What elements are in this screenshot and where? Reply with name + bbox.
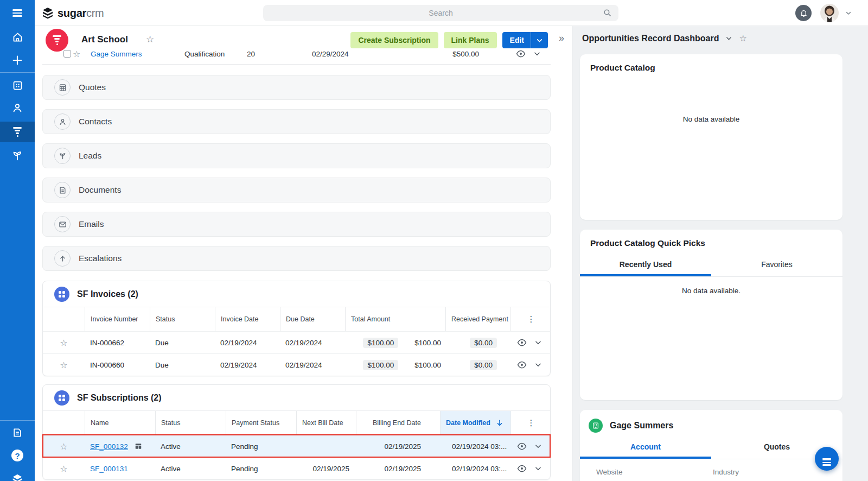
- opportunity-list-row-clipped[interactable]: ☆ Gage Summers Qualification 20 02/29/20…: [42, 49, 551, 65]
- col-payment-status[interactable]: Payment Status: [226, 411, 296, 435]
- preview-eye-icon[interactable]: [517, 360, 527, 370]
- row-caret-icon[interactable]: [534, 339, 542, 346]
- row-star-icon[interactable]: ☆: [60, 360, 67, 370]
- opportunity-link[interactable]: Gage Summers: [91, 50, 142, 58]
- emails-envelope-icon: [59, 220, 67, 229]
- favorite-star-icon[interactable]: ☆: [146, 34, 154, 45]
- tab-favorites[interactable]: Favorites: [711, 256, 843, 276]
- row-star-icon[interactable]: ☆: [60, 338, 67, 348]
- documents-icon: [59, 186, 67, 194]
- col-status[interactable]: Status: [150, 307, 215, 331]
- row-caret-icon[interactable]: [533, 50, 541, 58]
- create-subscription-button[interactable]: Create Subscription: [350, 32, 438, 48]
- panel-leads[interactable]: Leads: [42, 143, 551, 168]
- sidebar-item-leads[interactable]: [0, 145, 35, 166]
- preview-eye-icon[interactable]: [517, 464, 527, 473]
- amount: $500.00: [446, 50, 479, 58]
- subscription-row-selected[interactable]: ☆ SF_000132 Active Pending 02/19/2025 02…: [43, 435, 550, 457]
- total-amount-badge: $100.00: [363, 360, 398, 370]
- table-menu-icon[interactable]: ⋮: [510, 307, 551, 331]
- sidebar-item-home[interactable]: [0, 27, 35, 47]
- edit-caret-icon[interactable]: [531, 37, 548, 44]
- subscription-status: Active: [155, 465, 226, 473]
- dashboard-star-icon[interactable]: ☆: [739, 33, 746, 43]
- row-star-icon[interactable]: ☆: [60, 441, 67, 452]
- product-catalog-card: Product Catalog No data available: [580, 54, 843, 220]
- sidebar-item-notes[interactable]: [0, 422, 35, 443]
- opportunity-module-badge[interactable]: [46, 29, 68, 52]
- quick-picks-card: Product Catalog Quick Picks Recently Use…: [580, 230, 843, 400]
- probability: 20: [247, 50, 255, 58]
- row-caret-icon[interactable]: [534, 442, 542, 450]
- col-next-bill-date[interactable]: Next Bill Date: [296, 411, 356, 435]
- col-status[interactable]: Status: [155, 411, 226, 435]
- col-name[interactable]: Name: [85, 411, 155, 435]
- focus-record-title: Gage Summers: [610, 421, 673, 431]
- subscription-link[interactable]: SF_000131: [90, 465, 128, 473]
- invoice-due-date: 02/19/2024: [280, 361, 345, 369]
- sidebar-item-contacts[interactable]: [0, 98, 35, 118]
- leads-sprout-icon: [11, 150, 23, 162]
- panel-documents[interactable]: Documents: [42, 178, 551, 202]
- col-total-amount[interactable]: Total Amount: [345, 307, 445, 331]
- link-plans-button[interactable]: Link Plans: [444, 32, 497, 48]
- notifications-button[interactable]: [795, 5, 812, 21]
- table-menu-icon[interactable]: ⋮: [510, 411, 551, 435]
- sidebar-divider-bottom: [0, 420, 35, 421]
- sf-subscriptions-header[interactable]: SF Subscriptions (2): [43, 385, 550, 411]
- row-star-icon[interactable]: ☆: [60, 464, 67, 474]
- sort-desc-icon: [496, 419, 503, 427]
- received-payment-badge: $0.00: [470, 338, 497, 348]
- preview-eye-icon[interactable]: [517, 338, 527, 347]
- focus-drawer-icon[interactable]: [135, 442, 142, 450]
- row-caret-icon[interactable]: [534, 361, 542, 369]
- sugarcrm-logo[interactable]: sugarcrm: [41, 7, 104, 20]
- product-catalog-title: Product Catalog: [580, 54, 843, 73]
- panel-contacts[interactable]: Contacts: [42, 109, 551, 134]
- sidebar-item-sugarcrm[interactable]: [0, 469, 35, 481]
- subscription-link[interactable]: SF_000132: [90, 442, 128, 451]
- panel-quotes[interactable]: Quotes: [42, 75, 551, 100]
- global-search-input[interactable]: Search: [263, 5, 618, 21]
- collapse-dashboard-icon[interactable]: »: [559, 33, 564, 44]
- sf-subscriptions-title: SF Subscriptions (2): [77, 393, 162, 403]
- panel-escalations[interactable]: Escalations: [42, 246, 551, 271]
- col-date-modified-sorted[interactable]: Date Modified: [440, 411, 510, 435]
- col-spacer: [43, 411, 85, 435]
- row-star-icon[interactable]: ☆: [73, 49, 80, 59]
- row-checkbox[interactable]: [63, 50, 71, 58]
- col-due-date[interactable]: Due Date: [280, 307, 345, 331]
- preview-eye-icon[interactable]: [516, 49, 526, 59]
- sidebar-item-help[interactable]: ?: [0, 445, 35, 466]
- sidebar-item-create[interactable]: [0, 50, 35, 71]
- received-payment-badge: $0.00: [470, 360, 497, 370]
- col-invoice-number[interactable]: Invoice Number: [85, 307, 150, 331]
- invoice-row[interactable]: ☆ IN-000662 Due 02/19/2024 02/19/2024 $1…: [43, 331, 550, 353]
- sidebar-item-accounts[interactable]: [0, 75, 35, 96]
- row-caret-icon[interactable]: [534, 465, 542, 472]
- col-invoice-date[interactable]: Invoice Date: [215, 307, 280, 331]
- dashboard-actions-fab[interactable]: [815, 447, 839, 471]
- subscription-row[interactable]: ☆ SF_000131 Active Pending 02/19/2025 02…: [43, 457, 550, 479]
- account-module-icon: [589, 419, 603, 433]
- subscriptions-table-header: Name Status Payment Status Next Bill Dat…: [43, 411, 550, 435]
- tab-recently-used[interactable]: Recently Used: [580, 256, 711, 276]
- invoice-row[interactable]: ☆ IN-000660 Due 02/19/2024 02/19/2024 $1…: [43, 353, 550, 376]
- col-received-payment[interactable]: Received Payment: [445, 307, 510, 331]
- user-avatar[interactable]: [820, 4, 839, 22]
- edit-button[interactable]: Edit: [502, 32, 548, 48]
- main-menu-button[interactable]: [0, 3, 35, 23]
- invoice-date: 02/19/2024: [215, 361, 280, 369]
- panel-emails[interactable]: Emails: [42, 212, 551, 237]
- subscription-status: Active: [155, 442, 226, 451]
- sf-invoices-header[interactable]: SF Invoices (2): [43, 281, 550, 307]
- tab-account[interactable]: Account: [580, 438, 711, 459]
- invoice-number: IN-000660: [85, 361, 150, 369]
- preview-eye-icon[interactable]: [517, 441, 527, 451]
- search-icon[interactable]: [603, 8, 612, 17]
- sidebar-item-opportunities-active[interactable]: [0, 122, 35, 142]
- dashboard-caret-icon[interactable]: [725, 35, 732, 42]
- user-menu-caret-icon[interactable]: [845, 10, 852, 16]
- col-billing-end-date[interactable]: Billing End Date: [356, 411, 440, 435]
- payment-status: Pending: [226, 465, 296, 473]
